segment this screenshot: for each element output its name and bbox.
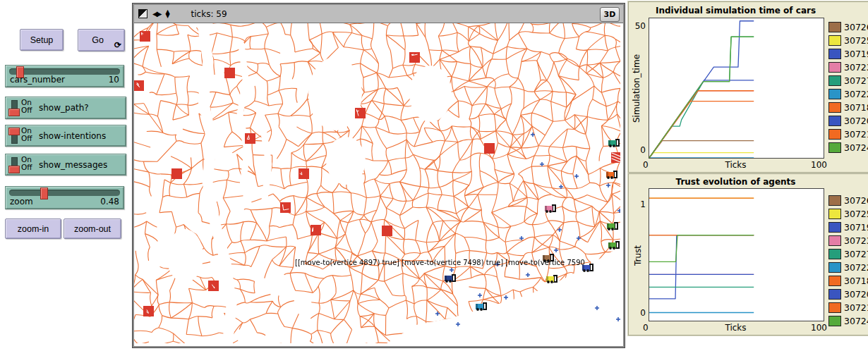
- setup-button[interactable]: Setup: [20, 29, 64, 51]
- horizontal-arrows-icon[interactable]: ◀▶: [152, 10, 160, 18]
- world-view-widget: ◀▶ ▲▼ ticks: 59 3D [[move-to(vertice 489…: [133, 4, 625, 347]
- legend-item: 30720: [828, 288, 868, 301]
- legend-swatch: [828, 316, 841, 326]
- legend-item: 30718: [828, 101, 868, 114]
- legend-item: 30725: [828, 34, 868, 47]
- legend-swatch: [828, 102, 841, 113]
- legend-item: 30722: [828, 261, 868, 274]
- legend-item: 30725: [828, 207, 868, 221]
- legend-label: 30720: [844, 116, 868, 126]
- off-label: Off: [21, 106, 32, 114]
- legend-label: 30724: [844, 316, 868, 326]
- slider-label: zoom: [10, 197, 33, 207]
- legend-label: 30722: [844, 262, 868, 273]
- view-corner-icon[interactable]: [138, 9, 147, 18]
- y-tick-min: 0: [629, 145, 646, 155]
- y-tick-max: 50: [629, 21, 646, 31]
- legend-swatch: [828, 249, 841, 259]
- legend-label: 30727: [844, 75, 868, 86]
- legend-label: 30723: [844, 62, 868, 73]
- legend-swatch: [828, 142, 841, 153]
- zoom-slider[interactable]: zoom 0.48: [5, 186, 124, 209]
- slider-label: cars_number: [10, 75, 65, 85]
- plot-title: Trust evolution of agents: [649, 177, 823, 187]
- off-label: Off: [21, 164, 32, 171]
- legend-swatch: [828, 35, 841, 46]
- plot-simulation-time: Individual simulation time of cars 50 0 …: [628, 1, 868, 173]
- go-button[interactable]: Go ⟳: [78, 29, 125, 51]
- switch-label: show-intentions: [39, 131, 106, 141]
- legend-label: 30719: [844, 222, 868, 233]
- zoom-in-label: zoom-in: [18, 224, 49, 234]
- legend-item: 30724: [828, 314, 868, 328]
- go-button-label: Go: [92, 35, 104, 45]
- agent-message-label: [[move-to(vertice 4897) true] [move-to(v…: [295, 259, 586, 268]
- legend-swatch: [828, 116, 841, 126]
- slider-handle[interactable]: [40, 187, 48, 199]
- y-tick-min: 0: [629, 308, 646, 318]
- y-axis-label: Simulation_time: [632, 54, 641, 123]
- show-intentions-switch[interactable]: On Off show-intentions: [5, 125, 126, 147]
- x-tick-max: 100: [811, 323, 827, 333]
- legend-item: 30723: [828, 61, 868, 74]
- off-label: Off: [21, 135, 32, 142]
- world-canvas[interactable]: [134, 23, 620, 343]
- plot-title: Individual simulation time of cars: [649, 6, 823, 16]
- view-header-icons: ◀▶ ▲▼: [138, 9, 170, 18]
- zoom-in-button[interactable]: zoom-in: [5, 218, 61, 239]
- legend-label: 30726: [844, 195, 868, 206]
- slider-value: 0.48: [100, 197, 119, 207]
- switch-on-off: On Off: [21, 156, 32, 171]
- show-messages-switch[interactable]: On Off show_messages: [5, 154, 126, 176]
- legend-item: 30722: [828, 87, 868, 101]
- slider-track[interactable]: [9, 190, 120, 196]
- forever-icon: ⟳: [114, 40, 121, 50]
- x-axis-label: Ticks: [649, 160, 823, 170]
- legend-swatch: [828, 89, 841, 99]
- slider-track[interactable]: [9, 68, 120, 75]
- legend-swatch: [828, 75, 841, 86]
- legend-label: 30723: [844, 235, 868, 246]
- cars-number-slider[interactable]: cars_number 10: [5, 65, 124, 87]
- legend-swatch: [828, 22, 841, 32]
- slider-value: 10: [109, 75, 119, 85]
- legend-label: 30724: [844, 142, 868, 153]
- legend-label: 30726: [844, 22, 868, 32]
- zoom-out-button[interactable]: zoom-out: [64, 218, 121, 239]
- legend-item: 30718: [828, 274, 868, 288]
- legend-label: 30718: [844, 276, 868, 286]
- y-axis-label: Trust: [633, 245, 643, 266]
- switch-handle[interactable]: [8, 128, 20, 135]
- legend-swatch: [828, 49, 841, 59]
- legend-label: 30725: [844, 209, 868, 219]
- legend-swatch: [828, 302, 841, 313]
- app-window: Setup Go ⟳ cars_number 10 On Off show_pa…: [0, 0, 868, 351]
- legend-label: 30721: [844, 129, 868, 140]
- legend-item: 30721: [828, 128, 868, 141]
- view-header: ◀▶ ▲▼ ticks: 59 3D: [134, 5, 623, 23]
- legend-item: 30727: [828, 74, 868, 87]
- legend-label: 30719: [844, 49, 868, 59]
- legend-swatch: [828, 129, 841, 140]
- x-tick-min: 0: [643, 160, 649, 170]
- switch-label: show_messages: [39, 160, 107, 170]
- legend-item: 30724: [828, 141, 868, 154]
- legend-label: 30722: [844, 89, 868, 99]
- show-path-switch[interactable]: On Off show_path?: [5, 97, 126, 119]
- view-3d-button[interactable]: 3D: [600, 7, 620, 22]
- switch-handle[interactable]: [8, 109, 20, 116]
- switch-on-off: On Off: [21, 99, 32, 114]
- legend-item: 30719: [828, 47, 868, 61]
- view-3d-label: 3D: [604, 10, 616, 19]
- plot-area-canvas: [649, 18, 824, 159]
- legend-label: 30727: [844, 249, 868, 259]
- switch-handle[interactable]: [8, 166, 20, 173]
- x-tick-min: 0: [643, 323, 649, 333]
- vertical-arrows-icon[interactable]: ▲▼: [165, 10, 169, 18]
- legend-label: 30725: [844, 35, 868, 46]
- legend-swatch: [828, 235, 841, 246]
- x-tick-max: 100: [811, 160, 827, 170]
- plot-trust-evolution: Trust evolution of agents 1 0 Trust 0 Ti…: [628, 173, 868, 335]
- legend-label: 30720: [844, 289, 868, 300]
- x-axis-label: Ticks: [649, 323, 823, 333]
